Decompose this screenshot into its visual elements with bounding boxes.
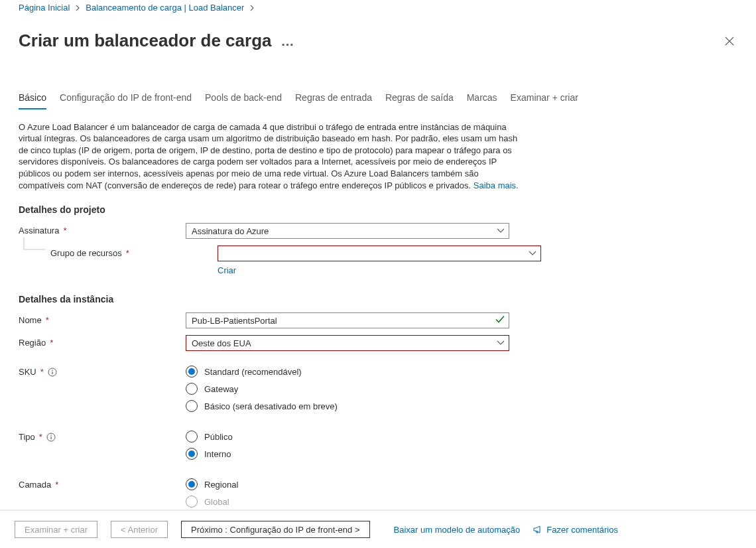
radio-icon xyxy=(186,496,198,508)
download-template-link[interactable]: Baixar um modelo de automação xyxy=(394,525,521,535)
tab-inbound-rules[interactable]: Regras de entrada xyxy=(295,92,372,109)
description-text: O Azure Load Balancer é um balanceador d… xyxy=(19,121,523,191)
radio-icon xyxy=(186,478,198,490)
type-option-internal[interactable]: Interno xyxy=(186,448,509,460)
sku-gateway-label: Gateway xyxy=(204,384,238,394)
name-value: Pub-LB-PatientsPortal xyxy=(192,316,277,326)
subscription-select[interactable]: Assinatura do Azure xyxy=(186,223,509,239)
required-star: * xyxy=(63,226,66,236)
label-type: Tipo xyxy=(19,432,35,442)
type-internal-label: Interno xyxy=(204,449,231,459)
radio-icon xyxy=(186,383,198,395)
tab-frontend-ip[interactable]: Configuração do IP de front-end xyxy=(60,92,192,109)
feedback-label: Fazer comentários xyxy=(546,525,618,535)
sku-standard-label: Standard (recomendável) xyxy=(204,367,302,377)
resource-group-select[interactable] xyxy=(218,245,541,261)
tab-backend-pools[interactable]: Pools de back-end xyxy=(205,92,282,109)
tier-radio-group: Regional Global xyxy=(186,477,509,508)
tabs: Básico Configuração do IP de front-end P… xyxy=(19,92,737,109)
svg-rect-2 xyxy=(52,372,52,374)
tier-global-label: Global xyxy=(204,497,229,507)
tab-basic[interactable]: Básico xyxy=(19,92,46,109)
radio-icon xyxy=(186,366,198,377)
section-project-details: Detalhes do projeto xyxy=(19,204,737,215)
description-body: O Azure Load Balancer é um balanceador d… xyxy=(19,122,517,190)
section-instance-details: Detalhes da instância xyxy=(19,294,737,305)
type-public-label: Público xyxy=(204,432,233,442)
type-radio-group: Público Interno xyxy=(186,429,509,460)
required-star: * xyxy=(40,367,44,377)
name-input[interactable]: Pub-LB-PatientsPortal xyxy=(186,312,509,328)
region-select[interactable]: Oeste dos EUA xyxy=(186,335,509,351)
chevron-down-icon xyxy=(497,340,505,346)
tier-regional-label: Regional xyxy=(204,480,238,490)
check-icon xyxy=(495,316,505,326)
tab-review-create[interactable]: Examinar + criar xyxy=(511,92,578,109)
chevron-right-icon xyxy=(249,5,255,11)
svg-point-4 xyxy=(50,435,52,436)
radio-icon xyxy=(186,431,198,443)
label-region: Região xyxy=(19,338,46,348)
page-title-text: Criar um balanceador de carga xyxy=(19,31,271,51)
tab-outbound-rules[interactable]: Regras de saída xyxy=(385,92,454,109)
label-subscription: Assinatura xyxy=(19,226,59,236)
sku-option-standard[interactable]: Standard (recomendável) xyxy=(186,366,509,377)
label-name: Nome xyxy=(19,315,42,325)
breadcrumb: Página Inicial Balanceamento de carga | … xyxy=(19,0,737,13)
tier-option-global: Global xyxy=(186,496,509,508)
svg-rect-5 xyxy=(50,437,51,439)
sku-option-basic[interactable]: Básico (será desativado em breve) xyxy=(186,400,509,412)
page-title: Criar um balanceador de carga … xyxy=(19,31,294,51)
label-tier: Camada xyxy=(19,480,51,490)
svg-point-1 xyxy=(52,370,53,371)
chevron-down-icon xyxy=(529,251,536,256)
tree-connector-icon xyxy=(21,238,45,256)
chevron-right-icon xyxy=(75,5,80,11)
info-icon[interactable] xyxy=(46,433,56,442)
sku-option-gateway[interactable]: Gateway xyxy=(186,383,509,395)
info-icon[interactable] xyxy=(48,368,57,377)
sku-basic-label: Básico (será desativado em breve) xyxy=(204,401,338,411)
create-rg-link[interactable]: Criar xyxy=(218,265,541,275)
sku-radio-group: Standard (recomendável) Gateway Básico (… xyxy=(186,364,509,412)
breadcrumb-loadbalancer[interactable]: Balanceamento de carga | Load Balancer xyxy=(86,3,244,13)
learn-more-link[interactable]: Saiba mais. xyxy=(473,180,519,190)
radio-icon xyxy=(186,400,198,412)
radio-icon xyxy=(186,448,198,460)
region-value: Oeste dos EUA xyxy=(192,338,251,348)
more-actions-button[interactable]: … xyxy=(281,34,294,48)
label-resource-group: Grupo de recursos xyxy=(50,248,122,258)
label-sku: SKU xyxy=(19,367,36,377)
next-button[interactable]: Próximo : Configuração do IP de front-en… xyxy=(181,521,370,538)
type-option-public[interactable]: Público xyxy=(186,431,509,443)
breadcrumb-home[interactable]: Página Inicial xyxy=(19,3,70,13)
close-icon xyxy=(725,36,734,46)
footer-bar: Examinar + criar < Anterior Próximo : Co… xyxy=(0,510,756,548)
review-create-button: Examinar + criar xyxy=(15,521,97,538)
tab-tags[interactable]: Marcas xyxy=(467,92,497,109)
required-star: * xyxy=(50,338,53,348)
close-button[interactable] xyxy=(722,33,737,49)
subscription-value: Assinatura do Azure xyxy=(192,226,269,236)
required-star: * xyxy=(126,248,129,258)
chevron-down-icon xyxy=(497,228,505,234)
required-star: * xyxy=(46,315,49,325)
previous-button: < Anterior xyxy=(111,521,168,538)
megaphone-icon xyxy=(533,525,542,533)
required-star: * xyxy=(55,480,58,490)
tier-option-regional[interactable]: Regional xyxy=(186,478,509,490)
required-star: * xyxy=(39,432,42,442)
feedback-link[interactable]: Fazer comentários xyxy=(533,525,618,535)
